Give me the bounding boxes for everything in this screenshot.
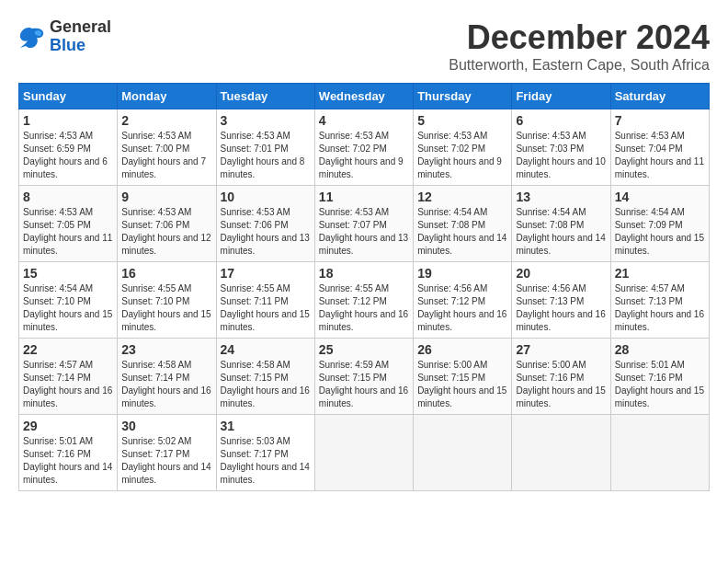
day-cell-24: 24 Sunrise: 4:58 AMSunset: 7:15 PMDaylig… [216,339,314,415]
day-cell-1: 1 Sunrise: 4:53 AMSunset: 6:59 PMDayligh… [19,109,118,186]
header-sunday: Sunday [19,84,118,109]
calendar-header-row: Sunday Monday Tuesday Wednesday Thursday… [19,84,710,109]
day-cell-4: 4 Sunrise: 4:53 AMSunset: 7:02 PMDayligh… [314,109,413,186]
day-cell-27: 27 Sunrise: 5:00 AMSunset: 7:16 PMDaylig… [512,339,610,415]
day-cell-15: 15 Sunrise: 4:54 AMSunset: 7:10 PMDaylig… [19,262,118,339]
day-cell-3: 3 Sunrise: 4:53 AMSunset: 7:01 PMDayligh… [216,109,314,186]
day-cell-empty [610,415,709,491]
day-cell-23: 23 Sunrise: 4:58 AMSunset: 7:14 PMDaylig… [118,339,216,415]
day-cell-17: 17 Sunrise: 4:55 AMSunset: 7:11 PMDaylig… [216,262,314,339]
header-monday: Monday [118,84,216,109]
day-cell-7: 7 Sunrise: 4:53 AMSunset: 7:04 PMDayligh… [610,109,709,186]
day-cell-30: 30 Sunrise: 5:02 AMSunset: 7:17 PMDaylig… [118,415,216,491]
day-cell-28: 28 Sunrise: 5:01 AMSunset: 7:16 PMDaylig… [610,339,709,415]
day-cell-21: 21 Sunrise: 4:57 AMSunset: 7:13 PMDaylig… [610,262,709,339]
header-tuesday: Tuesday [216,84,314,109]
day-cell-empty [414,415,512,491]
header-saturday: Saturday [610,84,709,109]
day-cell-18: 18 Sunrise: 4:55 AMSunset: 7:12 PMDaylig… [314,262,413,339]
day-cell-11: 11 Sunrise: 4:53 AMSunset: 7:07 PMDaylig… [314,186,413,262]
day-cell-26: 26 Sunrise: 5:00 AMSunset: 7:15 PMDaylig… [414,339,512,415]
day-cell-6: 6 Sunrise: 4:53 AMSunset: 7:03 PMDayligh… [512,109,610,186]
day-cell-empty [314,415,413,491]
day-cell-31: 31 Sunrise: 5:03 AMSunset: 7:17 PMDaylig… [216,415,314,491]
header-friday: Friday [512,84,610,109]
day-cell-16: 16 Sunrise: 4:55 AMSunset: 7:10 PMDaylig… [118,262,216,339]
page-header: GeneralBlue December 2024 Butterworth, E… [18,18,710,74]
location-title: Butterworth, Eastern Cape, South Africa [449,57,710,74]
calendar-title-block: December 2024 Butterworth, Eastern Cape,… [449,18,710,74]
day-cell-10: 10 Sunrise: 4:53 AMSunset: 7:06 PMDaylig… [216,186,314,262]
calendar-table: Sunday Monday Tuesday Wednesday Thursday… [18,83,710,491]
table-row: 29 Sunrise: 5:01 AMSunset: 7:16 PMDaylig… [19,415,710,491]
day-cell-5: 5 Sunrise: 4:53 AMSunset: 7:02 PMDayligh… [414,109,512,186]
logo-icon [18,24,46,50]
table-row: 15 Sunrise: 4:54 AMSunset: 7:10 PMDaylig… [19,262,710,339]
day-cell-2: 2 Sunrise: 4:53 AMSunset: 7:00 PMDayligh… [118,109,216,186]
day-cell-25: 25 Sunrise: 4:59 AMSunset: 7:15 PMDaylig… [314,339,413,415]
header-wednesday: Wednesday [314,84,413,109]
day-cell-29: 29 Sunrise: 5:01 AMSunset: 7:16 PMDaylig… [19,415,118,491]
table-row: 1 Sunrise: 4:53 AMSunset: 6:59 PMDayligh… [19,109,710,186]
logo-text-block: GeneralBlue [50,18,111,55]
day-cell-22: 22 Sunrise: 4:57 AMSunset: 7:14 PMDaylig… [19,339,118,415]
table-row: 8 Sunrise: 4:53 AMSunset: 7:05 PMDayligh… [19,186,710,262]
day-cell-12: 12 Sunrise: 4:54 AMSunset: 7:08 PMDaylig… [414,186,512,262]
logo: GeneralBlue [18,18,111,55]
day-cell-20: 20 Sunrise: 4:56 AMSunset: 7:13 PMDaylig… [512,262,610,339]
day-cell-14: 14 Sunrise: 4:54 AMSunset: 7:09 PMDaylig… [610,186,709,262]
logo-label: GeneralBlue [50,18,111,55]
day-cell-13: 13 Sunrise: 4:54 AMSunset: 7:08 PMDaylig… [512,186,610,262]
day-cell-19: 19 Sunrise: 4:56 AMSunset: 7:12 PMDaylig… [414,262,512,339]
day-cell-empty [512,415,610,491]
day-cell-8: 8 Sunrise: 4:53 AMSunset: 7:05 PMDayligh… [19,186,118,262]
day-cell-9: 9 Sunrise: 4:53 AMSunset: 7:06 PMDayligh… [118,186,216,262]
header-thursday: Thursday [414,84,512,109]
month-title: December 2024 [449,18,710,57]
table-row: 22 Sunrise: 4:57 AMSunset: 7:14 PMDaylig… [19,339,710,415]
